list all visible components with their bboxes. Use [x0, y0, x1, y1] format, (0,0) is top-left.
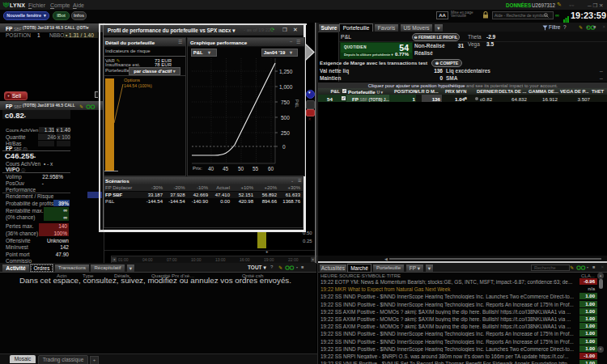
svg-text:750: 750 [281, 99, 290, 105]
svg-text:500: 500 [281, 115, 290, 121]
svg-text:250: 250 [281, 130, 290, 136]
svg-text:0: 0 [282, 144, 286, 150]
svg-text:1,000: 1,000 [279, 84, 293, 90]
svg-text:1,250: 1,250 [279, 69, 293, 74]
